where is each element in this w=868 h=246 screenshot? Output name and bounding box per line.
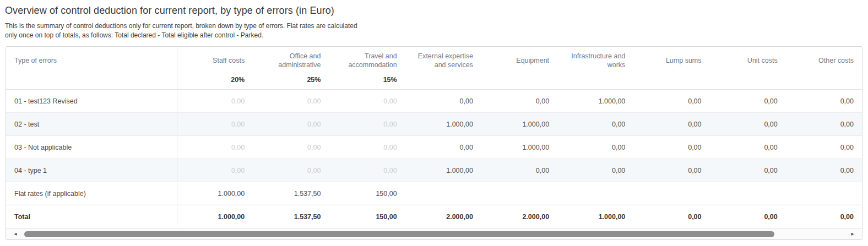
cell-office-administrative: 1.537,50: [253, 182, 329, 205]
scroll-right-arrow-icon[interactable]: ▸: [848, 231, 857, 237]
cell-unit-costs: 0,00: [710, 159, 786, 182]
column-label: Staff costs: [177, 47, 253, 74]
scrollbar-track[interactable]: [20, 231, 848, 237]
cell-infrastructure-works: 0,00: [557, 113, 633, 136]
cell-infrastructure-works: 1.000,00: [557, 90, 633, 113]
column-flat-rate-percent: 25%: [253, 74, 329, 89]
cell-office-administrative: 0,00: [253, 90, 329, 113]
column-flat-rate-percent: [786, 74, 862, 89]
column-header-unit-costs: Unit costs: [710, 47, 786, 90]
cell-staff-costs: 1.000,00: [177, 205, 253, 228]
column-header-infrastructure-works: Infrastructure and works: [557, 47, 633, 90]
column-label: Type of errors: [6, 47, 177, 74]
table-row-total: Total1.000,001.537,50150,002.000,002.000…: [6, 205, 862, 228]
column-label: Lump sums: [633, 47, 709, 74]
cell-staff-costs: 0,00: [177, 113, 253, 136]
cell-travel-accommodation: 0,00: [329, 136, 405, 159]
row-label: Total: [6, 205, 177, 228]
column-flat-rate-percent: [633, 74, 709, 89]
page-subtitle: This is the summary of control deduction…: [5, 21, 868, 40]
row-label: Flat rates (if applicable): [6, 182, 177, 205]
column-header-equipment: Equipment: [481, 47, 557, 90]
cell-equipment: 1.000,00: [481, 136, 557, 159]
cell-unit-costs: 0,00: [710, 136, 786, 159]
cell-equipment: 2.000,00: [481, 205, 557, 228]
cell-travel-accommodation: 150,00: [329, 182, 405, 205]
row-label: 03 - Not applicable: [6, 136, 177, 159]
control-deduction-table-card: Type of errorsStaff costs20%Office and a…: [6, 46, 862, 240]
cell-office-administrative: 0,00: [253, 159, 329, 182]
cell-other-costs: 0,00: [786, 113, 862, 136]
row-label: 04 - type 1: [6, 159, 177, 182]
row-label: 02 - test: [6, 113, 177, 136]
cell-unit-costs: 0,00: [710, 90, 786, 113]
cell-lump-sums: 0,00: [633, 159, 709, 182]
page-subtitle-line1: This is the summary of control deduction…: [5, 22, 357, 30]
cell-travel-accommodation: 0,00: [329, 90, 405, 113]
horizontal-scrollbar[interactable]: ◂ ▸: [6, 228, 862, 239]
table-row-flat-rates: Flat rates (if applicable)1.000,001.537,…: [6, 182, 862, 205]
cell-external-expertise: 1.000,00: [405, 159, 481, 182]
row-label: 01 - test123 Revised: [6, 90, 177, 113]
column-header-type-of-errors: Type of errors: [6, 47, 177, 90]
column-header-external-expertise: External expertise and services: [405, 47, 481, 90]
column-flat-rate-percent: 15%: [329, 74, 405, 89]
cell-staff-costs: 0,00: [177, 90, 253, 113]
cell-travel-accommodation: 150,00: [329, 205, 405, 228]
cell-lump-sums: [633, 182, 709, 205]
cell-infrastructure-works: 1.000,00: [557, 205, 633, 228]
cell-travel-accommodation: 0,00: [329, 159, 405, 182]
table-header-row: Type of errorsStaff costs20%Office and a…: [6, 47, 862, 90]
cell-external-expertise: 0,00: [405, 136, 481, 159]
control-deduction-table: Type of errorsStaff costs20%Office and a…: [6, 47, 862, 228]
column-header-other-costs: Other costs: [786, 47, 862, 90]
cell-external-expertise: 2.000,00: [405, 205, 481, 228]
column-label: Infrastructure and works: [557, 47, 633, 74]
cell-equipment: 1.000,00: [481, 113, 557, 136]
column-label: External expertise and services: [405, 47, 481, 74]
cell-other-costs: 0,00: [786, 90, 862, 113]
cell-unit-costs: 0,00: [710, 205, 786, 228]
cell-external-expertise: [405, 182, 481, 205]
cell-staff-costs: 0,00: [177, 136, 253, 159]
column-header-travel-accommodation: Travel and accommodation15%: [329, 47, 405, 90]
cell-travel-accommodation: 0,00: [329, 113, 405, 136]
cell-lump-sums: 0,00: [633, 90, 709, 113]
column-label: Other costs: [786, 47, 862, 74]
cell-office-administrative: 0,00: [253, 136, 329, 159]
page-subtitle-line2: only once on top of totals, as follows: …: [5, 31, 263, 39]
column-header-staff-costs: Staff costs20%: [177, 47, 253, 90]
scroll-left-arrow-icon[interactable]: ◂: [11, 231, 20, 237]
cell-infrastructure-works: [557, 182, 633, 205]
column-label: Equipment: [481, 47, 557, 74]
column-label: Office and administrative: [253, 47, 329, 74]
cell-equipment: 0,00: [481, 159, 557, 182]
column-flat-rate-percent: [710, 74, 786, 89]
column-flat-rate-percent: 20%: [177, 74, 253, 89]
scrollbar-thumb[interactable]: [24, 231, 774, 237]
cell-unit-costs: 0,00: [710, 113, 786, 136]
cell-staff-costs: 0,00: [177, 159, 253, 182]
cell-external-expertise: 0,00: [405, 90, 481, 113]
cell-equipment: 0,00: [481, 90, 557, 113]
cell-lump-sums: 0,00: [633, 113, 709, 136]
cell-equipment: [481, 182, 557, 205]
cell-infrastructure-works: 0,00: [557, 159, 633, 182]
cell-unit-costs: [710, 182, 786, 205]
cell-other-costs: 0,00: [786, 159, 862, 182]
page-title: Overview of control deduction for curren…: [5, 5, 868, 17]
column-label: Travel and accommodation: [329, 47, 405, 74]
column-flat-rate-percent: [557, 74, 633, 89]
table-row-error-4: 04 - type 10,000,000,001.000,000,000,000…: [6, 159, 862, 182]
cell-external-expertise: 1.000,00: [405, 113, 481, 136]
cell-infrastructure-works: 0,00: [557, 136, 633, 159]
cell-staff-costs: 1.000,00: [177, 182, 253, 205]
cell-office-administrative: 0,00: [253, 113, 329, 136]
cell-other-costs: 0,00: [786, 136, 862, 159]
table-row-error-3: 03 - Not applicable0,000,000,000,001.000…: [6, 136, 862, 159]
cell-other-costs: [786, 182, 862, 205]
column-label: Unit costs: [710, 47, 786, 74]
column-header-lump-sums: Lump sums: [633, 47, 709, 90]
table-row-error-2: 02 - test0,000,000,001.000,001.000,000,0…: [6, 113, 862, 136]
table-row-error-1: 01 - test123 Revised0,000,000,000,000,00…: [6, 90, 862, 113]
